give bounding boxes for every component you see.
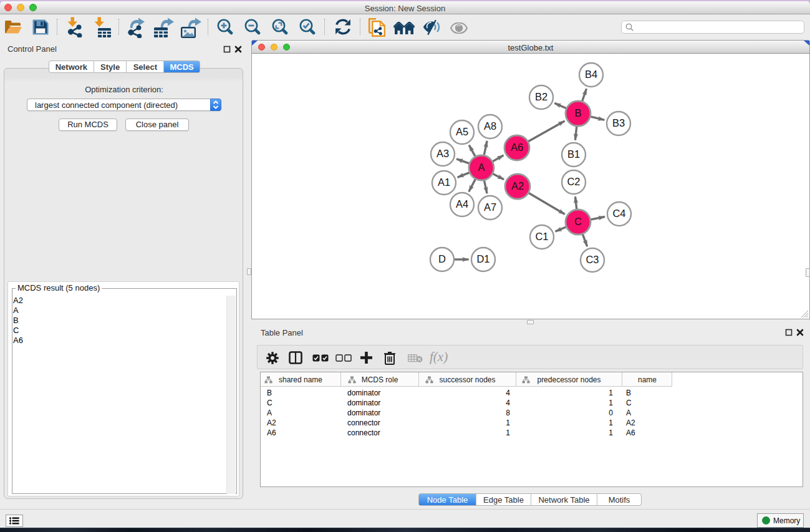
svg-text:C2: C2	[567, 176, 580, 187]
svg-text:C: C	[574, 216, 582, 227]
svg-text:C4: C4	[612, 208, 625, 219]
svg-text:B1: B1	[567, 148, 580, 160]
svg-text:A1: A1	[438, 177, 450, 188]
svg-text:A6: A6	[511, 142, 523, 153]
svg-text:B4: B4	[585, 69, 597, 80]
svg-text:A5: A5	[456, 126, 468, 137]
svg-text:A4: A4	[456, 198, 468, 210]
svg-text:C3: C3	[586, 254, 599, 265]
svg-text:A2: A2	[511, 180, 524, 191]
svg-text:B3: B3	[612, 117, 625, 128]
svg-text:B2: B2	[535, 91, 547, 102]
svg-text:A: A	[478, 162, 485, 173]
svg-text:A8: A8	[484, 120, 496, 132]
svg-text:C1: C1	[535, 231, 548, 242]
svg-text:D1: D1	[476, 253, 489, 264]
svg-text:A7: A7	[484, 201, 496, 213]
svg-text:A3: A3	[436, 148, 449, 159]
svg-text:B: B	[574, 107, 581, 118]
svg-text:D: D	[438, 253, 446, 264]
